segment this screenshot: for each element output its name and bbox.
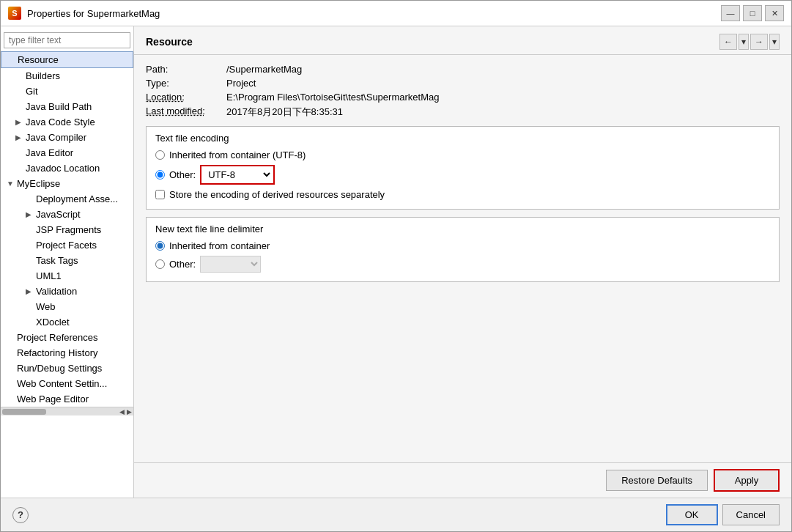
delimiter-other-row: Other: Default Unix Windows bbox=[155, 256, 770, 273]
filter-input[interactable] bbox=[4, 32, 130, 48]
location-row: Location: E:\Program Files\TortoiseGit\t… bbox=[146, 92, 780, 103]
sidebar-item-java-build-path[interactable]: Java Build Path bbox=[1, 99, 133, 114]
expand-arrow-java-compiler: ▶ bbox=[15, 133, 23, 141]
expand-arrow-java-code-style: ▶ bbox=[15, 118, 23, 126]
help-button[interactable]: ? bbox=[12, 507, 29, 523]
sidebar-item-java-editor[interactable]: Java Editor bbox=[1, 145, 133, 160]
sidebar-item-jsp-fragments[interactable]: JSP Fragments bbox=[1, 222, 133, 237]
main-content: ResourceBuildersGitJava Build Path▶Java … bbox=[1, 26, 791, 498]
footer-buttons: OK Cancel bbox=[666, 504, 780, 525]
sidebar-label-jsp-fragments: JSP Fragments bbox=[36, 224, 101, 235]
title-bar: S Properties for SupermarketMag — □ ✕ bbox=[1, 1, 791, 26]
expand-arrow-validation: ▶ bbox=[26, 287, 33, 295]
content-header: Resource ← ▾ → ▾ bbox=[134, 26, 791, 55]
scroll-arrows[interactable]: ◀ ▶ bbox=[119, 408, 132, 415]
sidebar-item-project-references[interactable]: Project References bbox=[1, 330, 133, 345]
sidebar-item-run-debug-settings[interactable]: Run/Debug Settings bbox=[1, 361, 133, 376]
store-encoding-row: Store the encoding of derived resources … bbox=[155, 189, 770, 200]
sidebar-item-java-code-style[interactable]: ▶Java Code Style bbox=[1, 114, 133, 130]
sidebar-label-web: Web bbox=[36, 301, 56, 312]
restore-defaults-button[interactable]: Restore Defaults bbox=[606, 470, 708, 491]
delimiter-select: Default Unix Windows bbox=[200, 256, 261, 273]
type-value: Project bbox=[226, 78, 256, 89]
text-encoding-section: Text file encoding Inherited from contai… bbox=[146, 126, 780, 210]
type-label: Type: bbox=[146, 78, 226, 89]
sidebar-item-refactoring-history[interactable]: Refactoring History bbox=[1, 345, 133, 361]
expand-arrow-javascript: ▶ bbox=[26, 210, 33, 218]
location-label: Location: bbox=[146, 92, 226, 103]
sidebar-item-builders[interactable]: Builders bbox=[1, 68, 133, 84]
sidebar-label-javadoc-location: Javadoc Location bbox=[26, 163, 100, 174]
sidebar-label-project-references: Project References bbox=[17, 332, 98, 343]
radio-inherited[interactable] bbox=[155, 150, 165, 160]
ok-button[interactable]: OK bbox=[666, 504, 718, 525]
sidebar-item-javadoc-location[interactable]: Javadoc Location bbox=[1, 160, 133, 176]
sidebar-item-web[interactable]: Web bbox=[1, 299, 133, 314]
sidebar-label-myeclipse: MyEclipse bbox=[17, 178, 60, 189]
radio-inherited-row: Inherited from container (UTF-8) bbox=[155, 149, 770, 160]
sidebar-item-uml1[interactable]: UML1 bbox=[1, 268, 133, 284]
back-button[interactable]: ← bbox=[719, 34, 737, 50]
sidebar-label-uml1: UML1 bbox=[36, 270, 62, 281]
sidebar-item-resource[interactable]: Resource bbox=[1, 51, 133, 68]
sidebar-item-project-facets[interactable]: Project Facets bbox=[1, 237, 133, 253]
sidebar-item-javascript[interactable]: ▶JavaScript bbox=[1, 207, 133, 222]
sidebar-label-java-build-path: Java Build Path bbox=[26, 101, 92, 112]
radio-other-label: Other: bbox=[169, 169, 196, 180]
sidebar: ResourceBuildersGitJava Build Path▶Java … bbox=[1, 26, 134, 498]
sidebar-item-java-compiler[interactable]: ▶Java Compiler bbox=[1, 130, 133, 145]
maximize-button[interactable]: □ bbox=[743, 5, 762, 21]
sidebar-item-validation[interactable]: ▶Validation bbox=[1, 284, 133, 299]
sidebar-item-xdoclet[interactable]: XDoclet bbox=[1, 314, 133, 330]
sidebar-label-run-debug-settings: Run/Debug Settings bbox=[17, 363, 102, 374]
content-panel: Resource ← ▾ → ▾ Path: /SupermarketMag T… bbox=[134, 26, 791, 498]
close-button[interactable]: ✕ bbox=[765, 5, 784, 21]
sidebar-label-builders: Builders bbox=[26, 70, 60, 81]
expand-arrow-myeclipse: ▼ bbox=[7, 180, 14, 188]
sidebar-item-web-content-settings[interactable]: Web Content Settin... bbox=[1, 376, 133, 391]
cancel-button[interactable]: Cancel bbox=[722, 504, 780, 525]
sidebar-label-java-compiler: Java Compiler bbox=[26, 132, 86, 143]
dialog-window: S Properties for SupermarketMag — □ ✕ Re… bbox=[0, 0, 792, 532]
scroll-thumb bbox=[2, 409, 46, 415]
window-title: Properties for SupermarketMag bbox=[27, 8, 715, 19]
sidebar-item-task-tags[interactable]: Task Tags bbox=[1, 253, 133, 268]
radio-inherited-label: Inherited from container (UTF-8) bbox=[169, 149, 306, 160]
forward-button[interactable]: → bbox=[750, 34, 768, 50]
sidebar-label-java-editor: Java Editor bbox=[26, 147, 73, 158]
radio-other-row: Other: UTF-8 UTF-16 ISO-8859-1 bbox=[155, 165, 770, 185]
content-body: Path: /SupermarketMag Type: Project Loca… bbox=[134, 55, 791, 462]
apply-button[interactable]: Apply bbox=[714, 469, 780, 492]
radio-other[interactable] bbox=[155, 170, 165, 180]
path-value: /SupermarketMag bbox=[226, 64, 302, 75]
path-label: Path: bbox=[146, 64, 226, 75]
sidebar-item-web-page-editor[interactable]: Web Page Editor bbox=[1, 391, 133, 407]
sidebar-label-resource: Resource bbox=[18, 54, 59, 65]
back-dropdown[interactable]: ▾ bbox=[739, 34, 749, 50]
sidebar-item-deployment-assets[interactable]: Deployment Asse... bbox=[1, 191, 133, 207]
encoding-select[interactable]: UTF-8 UTF-16 ISO-8859-1 bbox=[202, 167, 273, 182]
forward-dropdown[interactable]: ▾ bbox=[769, 34, 780, 50]
last-modified-value: 2017年8月20日下午8:35:31 bbox=[226, 106, 343, 119]
type-row: Type: Project bbox=[146, 78, 780, 89]
sidebar-label-deployment-assets: Deployment Asse... bbox=[36, 193, 118, 204]
sidebar-scrollbar[interactable]: ◀ ▶ bbox=[1, 407, 133, 415]
sidebar-label-git: Git bbox=[26, 86, 38, 97]
minimize-button[interactable]: — bbox=[721, 5, 740, 21]
sidebar-label-web-page-editor: Web Page Editor bbox=[17, 394, 89, 404]
store-encoding-checkbox[interactable] bbox=[155, 190, 165, 199]
radio-delimiter-inherited-label: Inherited from container bbox=[169, 240, 270, 251]
content-title: Resource bbox=[146, 36, 193, 48]
encoding-select-box: UTF-8 UTF-16 ISO-8859-1 bbox=[200, 165, 275, 185]
sidebar-label-project-facets: Project Facets bbox=[36, 240, 97, 251]
radio-delimiter-inherited[interactable] bbox=[155, 241, 165, 251]
radio-delimiter-other[interactable] bbox=[155, 259, 165, 269]
delimiter-inherited-row: Inherited from container bbox=[155, 240, 770, 251]
sidebar-label-task-tags: Task Tags bbox=[36, 255, 78, 266]
line-delimiter-section: New text file line delimiter Inherited f… bbox=[146, 217, 780, 282]
sidebar-label-javascript: JavaScript bbox=[36, 209, 81, 220]
sidebar-item-git[interactable]: Git bbox=[1, 84, 133, 99]
sidebar-label-refactoring-history: Refactoring History bbox=[17, 347, 98, 358]
line-delimiter-title: New text file line delimiter bbox=[155, 223, 770, 234]
sidebar-item-myeclipse[interactable]: ▼MyEclipse bbox=[1, 176, 133, 191]
